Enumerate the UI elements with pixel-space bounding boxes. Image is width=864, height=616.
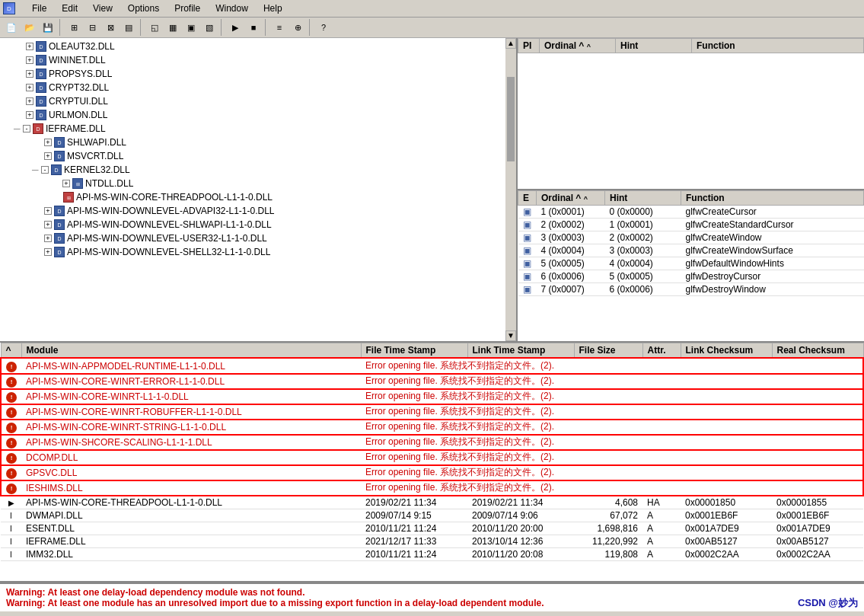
- toolbar-btn-8[interactable]: ▧: [201, 19, 218, 36]
- expand-icon[interactable]: +: [26, 70, 33, 78]
- list-item[interactable]: ! API-MS-WIN-APPMODEL-RUNTIME-L1-1-0.DLL…: [1, 358, 863, 374]
- menu-edit[interactable]: Edit: [57, 2, 82, 15]
- tree-item-msvcrt[interactable]: + D MSVCRT.DLL: [2, 149, 515, 163]
- col-header-filesize[interactable]: File Size: [574, 343, 642, 359]
- menu-help[interactable]: Help: [259, 2, 287, 15]
- toolbar-btn-1[interactable]: ⊞: [65, 19, 82, 36]
- col-header-attr[interactable]: Attr.: [642, 343, 681, 359]
- expand-icon-ieframe[interactable]: -: [23, 125, 30, 132]
- tree-item-propsys[interactable]: + D PROPSYS.DLL: [2, 67, 515, 81]
- scroll-down[interactable]: ▼: [505, 330, 516, 341]
- col-header-linkts[interactable]: Link Time Stamp: [467, 343, 574, 359]
- menu-window[interactable]: Window: [211, 2, 253, 15]
- menu-options[interactable]: Options: [123, 2, 164, 15]
- tree-item-crypt32[interactable]: + D CRYPT32.DLL: [2, 81, 515, 94]
- toolbar-btn-10[interactable]: ■: [245, 19, 262, 36]
- expand-icon[interactable]: +: [44, 207, 52, 215]
- upper-right-scroll[interactable]: PI Ordinal ^ ^ Hint Function: [518, 38, 864, 189]
- list-item[interactable]: ! API-MS-WIN-CORE-WINRT-L1-1-0.DLL Error…: [1, 389, 863, 404]
- list-item[interactable]: ! API-MS-WIN-CORE-WINRT-ROBUFFER-L1-1-0.…: [1, 404, 863, 420]
- dll-icon: D: [35, 68, 47, 80]
- list-item[interactable]: I ESENT.DLL 2010/11/21 11:24 2010/11/20 …: [1, 522, 863, 535]
- tree-item-cryptui[interactable]: + D CRYPTUI.DLL: [2, 94, 515, 108]
- tree-item-oleaut32[interactable]: + D OLEAUT32.DLL: [2, 40, 515, 53]
- tree-item-wininet[interactable]: + D WININET.DLL: [2, 53, 515, 67]
- tree-item-shlwapi[interactable]: + D SHLWAPI.DLL: [2, 136, 515, 149]
- save-button[interactable]: 💾: [40, 19, 56, 36]
- table-row[interactable]: ▣ 3 (0x0003) 2 (0x0002) glfwCreateWindow: [518, 231, 864, 244]
- list-item[interactable]: I DWMAPI.DLL 2009/07/14 9:15 2009/07/14 …: [1, 509, 863, 522]
- list-item[interactable]: ! API-MS-WIN-SHCORE-SCALING-L1-1-1.DLL E…: [1, 435, 863, 450]
- toolbar-btn-7[interactable]: ▣: [183, 19, 199, 36]
- dll-icon-red: D: [32, 123, 44, 135]
- new-button[interactable]: 📄: [3, 19, 20, 36]
- tree-item-advapi[interactable]: + D API-MS-WIN-DOWNLEVEL-ADVAPI32-L1-1-0…: [2, 204, 515, 218]
- menu-file[interactable]: File: [27, 2, 51, 15]
- expand-icon[interactable]: +: [26, 84, 33, 91]
- expand-icon[interactable]: +: [26, 56, 33, 64]
- expand-icon[interactable]: +: [44, 139, 52, 146]
- expand-icon[interactable]: +: [62, 180, 70, 187]
- tree-item-threadpool[interactable]: ⊞ API-MS-WIN-CORE-THREADPOOL-L1-1-0.DLL: [2, 190, 515, 204]
- tree-item-urlmon[interactable]: + D URLMON.DLL: [2, 108, 515, 122]
- toolbar-btn-11[interactable]: ≡: [271, 19, 288, 36]
- tree-item-user32[interactable]: + D API-MS-WIN-DOWNLEVEL-USER32-L1-1-0.D…: [2, 231, 515, 245]
- tree-item-ieframe[interactable]: ─ - D IEFRAME.DLL: [2, 122, 515, 136]
- table-row[interactable]: ▣ 6 (0x0006) 5 (0x0005) glfwDestroyCurso…: [518, 270, 864, 283]
- col-header-function[interactable]: Function: [692, 39, 864, 53]
- expand-icon[interactable]: +: [26, 111, 33, 119]
- col-header-module[interactable]: Module: [21, 343, 361, 359]
- expand-icon[interactable]: +: [44, 235, 52, 242]
- toolbar-btn-2[interactable]: ⊟: [84, 19, 100, 36]
- col-header-realchk[interactable]: Real Checksum: [772, 343, 863, 359]
- col-header-ordinal2[interactable]: Ordinal ^ ^: [537, 191, 605, 206]
- help-button[interactable]: ?: [315, 19, 332, 36]
- tree-item-shell32[interactable]: + D API-MS-WIN-DOWNLEVEL-SHELL32-L1-1-0.…: [2, 245, 515, 259]
- tree-scroll[interactable]: + D OLEAUT32.DLL + D WININET.DLL + D PRO…: [0, 38, 516, 341]
- expand-icon[interactable]: +: [44, 221, 52, 228]
- menu-view[interactable]: View: [88, 2, 117, 15]
- menu-profile[interactable]: Profile: [170, 2, 205, 15]
- col-header-linkchk[interactable]: Link Checksum: [681, 343, 772, 359]
- modules-scroll[interactable]: ^ Module File Time Stamp Link Time Stamp…: [0, 343, 864, 581]
- col-header-e[interactable]: E: [518, 191, 537, 206]
- lower-right-scroll[interactable]: E Ordinal ^ ^ Hint Function ▣ 1 (0x0001)…: [518, 190, 864, 341]
- col-header-hint[interactable]: Hint: [616, 39, 692, 53]
- cell-error: Error opening file. 系统找不到指定的文件。(2).: [361, 465, 863, 480]
- tree-item-kernel32[interactable]: ─ - D KERNEL32.DLL: [2, 163, 515, 177]
- list-item[interactable]: ! API-MS-WIN-CORE-WINRT-ERROR-L1-1-0.DLL…: [1, 374, 863, 389]
- expand-icon[interactable]: +: [44, 248, 52, 256]
- list-item[interactable]: I IEFRAME.DLL 2021/12/17 11:33 2013/10/1…: [1, 535, 863, 548]
- toolbar-btn-3[interactable]: ⊠: [102, 19, 119, 36]
- scroll-up[interactable]: ▲: [505, 38, 516, 49]
- expand-icon[interactable]: +: [44, 152, 52, 160]
- col-header-hint2[interactable]: Hint: [605, 191, 681, 206]
- toolbar-btn-12[interactable]: ⊕: [289, 19, 306, 36]
- expand-icon[interactable]: +: [26, 97, 33, 105]
- tree-item-ntdll[interactable]: + ⊞ NTDLL.DLL: [2, 177, 515, 190]
- list-item[interactable]: I IMM32.DLL 2010/11/21 11:24 2010/11/20 …: [1, 548, 863, 561]
- list-item[interactable]: ▶ API-MS-WIN-CORE-THREADPOOL-L1-1-0.DLL …: [1, 496, 863, 509]
- toolbar-btn-4[interactable]: ▤: [120, 19, 137, 36]
- list-item[interactable]: ! GPSVC.DLL Error opening file. 系统找不到指定的…: [1, 465, 863, 480]
- table-row[interactable]: ▣ 4 (0x0004) 3 (0x0003) glfwCreateWindow…: [518, 244, 864, 257]
- col-header-function2[interactable]: Function: [681, 191, 864, 206]
- open-button[interactable]: 📂: [21, 19, 38, 36]
- table-row[interactable]: ▣ 5 (0x0005) 4 (0x0004) glfwDefaultWindo…: [518, 257, 864, 270]
- col-header-pi[interactable]: PI: [518, 39, 540, 53]
- list-item[interactable]: ! DCOMP.DLL Error opening file. 系统找不到指定的…: [1, 450, 863, 465]
- list-item[interactable]: ! API-MS-WIN-CORE-WINRT-STRING-L1-1-0.DL…: [1, 420, 863, 435]
- expand-icon[interactable]: +: [26, 43, 33, 50]
- tree-item-shlwapi2[interactable]: + D API-MS-WIN-DOWNLEVEL-SHLWAPI-L1-1-0.…: [2, 218, 515, 231]
- col-header-ordinal[interactable]: Ordinal ^ ^: [540, 39, 616, 53]
- col-header-sort[interactable]: ^: [1, 343, 21, 359]
- expand-icon-kernel32[interactable]: -: [41, 166, 49, 174]
- toolbar-btn-5[interactable]: ◱: [146, 19, 163, 36]
- list-item[interactable]: ! IESHIMS.DLL Error opening file. 系统找不到指…: [1, 480, 863, 496]
- toolbar-btn-9[interactable]: ▶: [227, 19, 244, 36]
- table-row[interactable]: ▣ 1 (0x0001) 0 (0x0000) glfwCreateCursor: [518, 206, 864, 219]
- table-row[interactable]: ▣ 7 (0x0007) 6 (0x0006) glfwDestroyWindo…: [518, 283, 864, 296]
- col-header-filets[interactable]: File Time Stamp: [361, 343, 467, 359]
- table-row[interactable]: ▣ 2 (0x0002) 1 (0x0001) glfwCreateStanda…: [518, 219, 864, 231]
- toolbar-btn-6[interactable]: ▦: [164, 19, 181, 36]
